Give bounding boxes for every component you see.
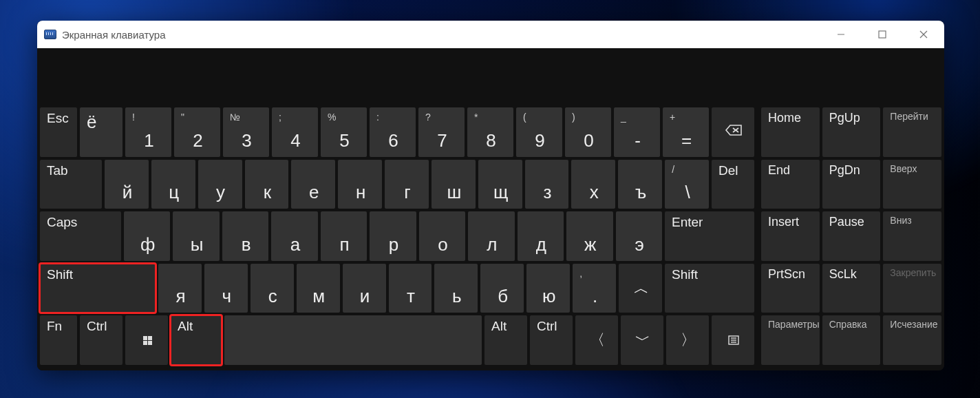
key-letter[interactable]: х (571, 160, 615, 209)
key-del[interactable]: Del (712, 160, 754, 209)
osk-window: Экранная клавиатура Esc ё !1 "2 №3 ;4 %5… (37, 21, 944, 370)
key-space[interactable] (224, 315, 482, 365)
key-caps[interactable]: Caps (40, 211, 121, 261)
key-help[interactable]: Справка (822, 315, 881, 365)
key-letter[interactable]: в (222, 211, 268, 261)
key-letter[interactable]: з (525, 160, 569, 209)
key-backspace[interactable] (712, 107, 754, 157)
key-1[interactable]: !1 (125, 107, 171, 157)
key-5[interactable]: %5 (321, 107, 367, 157)
key-letter[interactable]: т (389, 264, 432, 313)
key-right-alt[interactable]: Alt (484, 315, 527, 365)
key-right-arrow[interactable]: 〉 (666, 315, 709, 365)
key-letter[interactable]: ф (124, 211, 170, 261)
key-nav[interactable]: Перейти (883, 107, 941, 157)
key-letter[interactable]: а (271, 211, 317, 261)
key-letter[interactable]: й (105, 160, 149, 209)
key-letter[interactable]: щ (478, 160, 522, 209)
key-0[interactable]: )0 (565, 107, 611, 157)
key-letter[interactable]: ч (204, 264, 248, 313)
key-9[interactable]: (9 (516, 107, 562, 157)
key-windows[interactable] (125, 315, 168, 365)
keyboard-area: Esc ё !1 "2 №3 ;4 %5 :6 ?7 *8 (9 )0 _- +… (37, 107, 944, 370)
row-numbers: Esc ё !1 "2 №3 ;4 %5 :6 ?7 *8 (9 )0 _- +… (40, 107, 754, 157)
key-left-arrow[interactable]: 〈 (575, 315, 618, 365)
key-esc[interactable]: Esc (40, 107, 77, 157)
key-left-alt[interactable]: Alt (171, 315, 222, 365)
key-letter[interactable]: ъ (618, 160, 662, 209)
titlebar: Экранная клавиатура (37, 21, 944, 48)
backspace-icon (725, 124, 743, 140)
key-fade[interactable]: Исчезание (883, 315, 941, 365)
key-letter[interactable]: е (291, 160, 335, 209)
minimize-button[interactable] (820, 21, 862, 48)
key-3[interactable]: №3 (223, 107, 269, 157)
key-letter[interactable]: ь (434, 264, 478, 313)
key-right-shift[interactable]: Shift (665, 264, 754, 313)
key-left-ctrl[interactable]: Ctrl (80, 315, 122, 365)
key-letter[interactable]: у (198, 160, 242, 209)
key-dock[interactable]: Закрепить (883, 264, 941, 313)
key-letter[interactable]: я (158, 264, 202, 313)
key-letter[interactable]: и (343, 264, 386, 313)
key-8[interactable]: *8 (467, 107, 513, 157)
key-move-down[interactable]: Вниз (883, 211, 941, 261)
key-yo[interactable]: ё (80, 107, 122, 157)
key-move-up[interactable]: Вверх (883, 160, 941, 209)
key-letter[interactable]: ш (432, 160, 476, 209)
key-4[interactable]: ;4 (272, 107, 318, 157)
key-letter[interactable]: ю (526, 264, 570, 313)
key-left-shift[interactable]: Shift (40, 264, 156, 313)
windows-logo-icon (142, 335, 152, 345)
key-down-arrow[interactable]: ﹀ (621, 315, 663, 365)
chevron-down-icon: ﹀ (635, 330, 650, 350)
key-pgup[interactable]: PgUp (822, 107, 881, 157)
key-letter[interactable]: к (245, 160, 289, 209)
key-7[interactable]: ?7 (418, 107, 465, 157)
close-button[interactable] (903, 21, 944, 48)
key-right-ctrl[interactable]: Ctrl (530, 315, 573, 365)
key-up-arrow[interactable]: ︿ (619, 264, 662, 313)
key-letter[interactable]: с (251, 264, 294, 313)
menu-icon (728, 333, 739, 348)
key-letter[interactable]: м (297, 264, 340, 313)
key-letter[interactable]: п (321, 211, 367, 261)
key-home[interactable]: Home (761, 107, 820, 157)
side-keys: Home PgUp Перейти End PgDn Вверх Insert … (761, 107, 941, 365)
window-title: Экранная клавиатура (62, 29, 165, 41)
row-qwerty: Tab й ц у к е н г ш щ з х ъ /\ Del (40, 160, 754, 209)
key-6[interactable]: :6 (370, 107, 416, 157)
key-insert[interactable]: Insert (761, 211, 820, 261)
key-pgdn[interactable]: PgDn (822, 160, 881, 209)
key-fn[interactable]: Fn (40, 315, 77, 365)
key-letter[interactable]: о (419, 211, 465, 261)
key-sclk[interactable]: ScLk (822, 264, 881, 313)
key-options[interactable]: Параметры (761, 315, 820, 365)
key-letter[interactable]: ж (566, 211, 612, 261)
key-period[interactable]: ,. (573, 264, 616, 313)
key-letter[interactable]: э (616, 211, 662, 261)
key-letter[interactable]: ц (151, 160, 195, 209)
key-menu[interactable] (712, 315, 754, 365)
key-end[interactable]: End (761, 160, 820, 209)
key-2[interactable]: "2 (174, 107, 220, 157)
key-tab[interactable]: Tab (40, 160, 102, 209)
chevron-right-icon: 〉 (681, 330, 696, 350)
key-minus[interactable]: _- (614, 107, 660, 157)
key-letter[interactable]: н (338, 160, 382, 209)
key-letter[interactable]: ы (173, 211, 219, 261)
maximize-button[interactable] (862, 21, 903, 48)
key-enter[interactable]: Enter (665, 211, 754, 261)
key-letter[interactable]: г (385, 160, 429, 209)
row-home: Caps ф ы в а п р о л д ж э Enter (40, 211, 754, 261)
key-pause[interactable]: Pause (822, 211, 881, 261)
key-letter[interactable]: б (480, 264, 524, 313)
top-padding (37, 48, 944, 107)
key-backslash[interactable]: /\ (665, 160, 709, 209)
key-equals[interactable]: += (663, 107, 709, 157)
key-prtscn[interactable]: PrtScn (761, 264, 820, 313)
svg-rect-1 (879, 31, 886, 38)
key-letter[interactable]: л (468, 211, 514, 261)
key-letter[interactable]: р (370, 211, 416, 261)
key-letter[interactable]: д (518, 211, 564, 261)
